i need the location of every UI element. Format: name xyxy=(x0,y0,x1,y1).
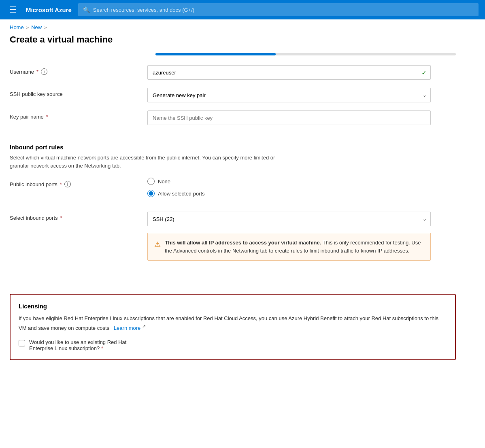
public-inbound-control: None Allow selected ports xyxy=(147,178,431,197)
radio-allow-item[interactable]: Allow selected ports xyxy=(147,190,431,197)
checkbox-row: Would you like to use an existing Red Ha… xyxy=(19,339,447,351)
warning-box-inner: ⚠ This will allow all IP addresses to ac… xyxy=(154,239,424,255)
inbound-description: Select which virtual machine network por… xyxy=(10,154,293,170)
search-input[interactable] xyxy=(93,7,474,13)
licensing-box: Licensing If you have eligible Red Hat E… xyxy=(10,294,456,360)
search-bar: 🔍 xyxy=(78,3,479,16)
ssh-source-dropdown-wrapper: Generate new key pair ⌄ xyxy=(147,88,431,102)
progress-bar-fill xyxy=(155,53,276,55)
licensing-title: Licensing xyxy=(19,303,447,310)
select-inbound-row: Select inbound ports * SSH (22) ⌄ ⚠ This… xyxy=(10,212,456,261)
key-pair-required: * xyxy=(46,114,48,120)
username-label: Username * i xyxy=(10,65,147,75)
public-inbound-required: * xyxy=(60,181,62,187)
select-inbound-required: * xyxy=(60,215,62,221)
learn-more-link[interactable]: Learn more xyxy=(114,325,140,331)
breadcrumb: Home > New > xyxy=(0,19,485,33)
radio-none-label: None xyxy=(158,178,170,185)
select-inbound-control: SSH (22) ⌄ ⚠ This will allow all IP addr… xyxy=(147,212,431,261)
warning-icon: ⚠ xyxy=(154,239,161,255)
main-content: Username * i ✓ SSH public key source Gen… xyxy=(0,53,466,376)
check-icon: ✓ xyxy=(421,69,427,76)
warning-text: This will allow all IP addresses to acce… xyxy=(165,239,424,255)
ssh-source-dropdown[interactable]: Generate new key pair xyxy=(147,88,431,102)
page-title: Create a virtual machine xyxy=(0,33,485,53)
select-inbound-label: Select inbound ports * xyxy=(10,212,147,221)
inbound-section-heading: Inbound port rules xyxy=(10,144,456,151)
username-row: Username * i ✓ xyxy=(10,65,456,80)
key-pair-label: Key pair name * xyxy=(10,110,147,120)
public-inbound-info-icon[interactable]: i xyxy=(64,181,71,187)
username-info-icon[interactable]: i xyxy=(41,68,47,75)
licensing-description: If you have eligible Red Hat Enterprise … xyxy=(19,314,447,333)
key-pair-input[interactable] xyxy=(147,110,431,125)
public-inbound-label: Public inbound ports * i xyxy=(10,178,147,187)
checkbox-required: * xyxy=(101,345,103,351)
navbar: ☰ Microsoft Azure 🔍 xyxy=(0,0,485,19)
warning-text-bold: This will allow all IP addresses to acce… xyxy=(165,240,321,246)
progress-bar-container xyxy=(155,53,456,55)
radio-none-item[interactable]: None xyxy=(147,178,431,185)
checkbox-label-line1: Would you like to use an existing Red Ha… xyxy=(29,339,126,345)
hamburger-icon: ☰ xyxy=(9,5,17,15)
breadcrumb-sep2: > xyxy=(44,25,47,30)
radio-allow-label: Allow selected ports xyxy=(158,191,205,197)
redhat-checkbox[interactable] xyxy=(19,340,25,346)
ssh-source-row: SSH public key source Generate new key p… xyxy=(10,88,456,102)
external-link-icon: ↗ xyxy=(142,324,146,329)
username-input[interactable] xyxy=(147,65,431,80)
brand-name: Microsoft Azure xyxy=(26,6,72,13)
radio-none-input[interactable] xyxy=(147,178,155,185)
public-inbound-row: Public inbound ports * i None Allow sele… xyxy=(10,178,456,197)
username-required: * xyxy=(36,69,38,75)
search-icon: 🔍 xyxy=(83,6,90,13)
username-input-wrapper: ✓ xyxy=(147,65,431,80)
ssh-source-control: Generate new key pair ⌄ xyxy=(147,88,431,102)
radio-group: None Allow selected ports xyxy=(147,178,431,197)
breadcrumb-home[interactable]: Home xyxy=(10,24,24,30)
warning-box: ⚠ This will allow all IP addresses to ac… xyxy=(147,233,431,261)
ssh-source-label: SSH public key source xyxy=(10,88,147,97)
select-inbound-dropdown-wrapper: SSH (22) ⌄ xyxy=(147,212,431,226)
radio-allow-input[interactable] xyxy=(147,190,155,197)
key-pair-input-wrapper xyxy=(147,110,431,125)
username-control: ✓ xyxy=(147,65,431,80)
checkbox-label: Would you like to use an existing Red Ha… xyxy=(29,339,126,351)
key-pair-row: Key pair name * xyxy=(10,110,456,125)
breadcrumb-sep1: > xyxy=(26,25,29,30)
licensing-description-text: If you have eligible Red Hat Enterprise … xyxy=(19,315,438,331)
breadcrumb-new[interactable]: New xyxy=(31,24,42,30)
checkbox-label-line2: Enterprise Linux subscription? xyxy=(29,345,100,351)
select-inbound-dropdown[interactable]: SSH (22) xyxy=(147,212,431,226)
hamburger-menu[interactable]: ☰ xyxy=(6,5,19,15)
key-pair-control xyxy=(147,110,431,125)
